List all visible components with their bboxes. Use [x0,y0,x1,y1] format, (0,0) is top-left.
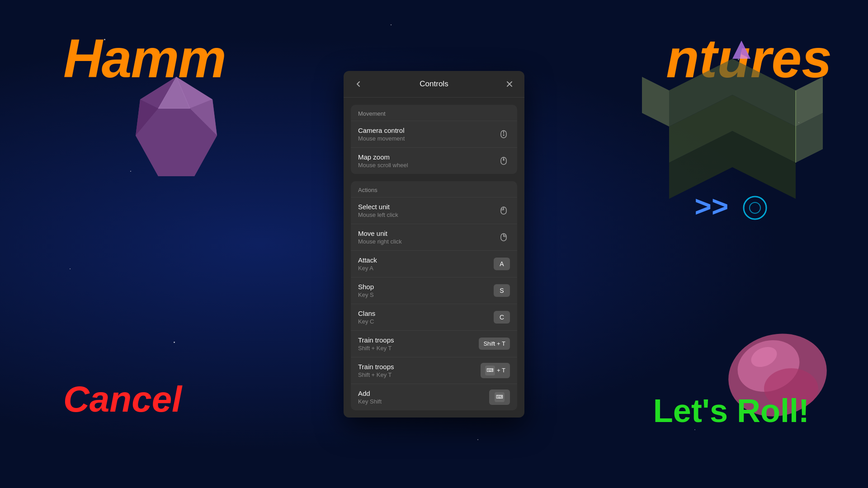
back-button[interactable] [353,78,364,90]
shop-desc: Key S [358,291,374,298]
controls-dialog: Controls Movement Camera control Mouse m… [344,71,524,418]
add-row: Add Key Shift ⌨ [351,384,517,410]
actions-section-title: Actions [351,181,517,197]
svg-point-27 [503,134,505,136]
clans-row: Clans Key C C [351,304,517,330]
map-zoom-desc: Mouse scroll wheel [358,162,408,169]
add-keyboard-icon: ⌨ [495,392,505,402]
train-troops-key-badge-2: ⌨ + T [481,363,510,378]
plus-t-label: + T [497,367,505,374]
svg-rect-30 [503,159,505,161]
attack-name: Attack [358,256,377,264]
clans-name: Clans [358,310,375,317]
shop-key-badge: S [494,284,510,297]
dialog-header: Controls [344,71,524,98]
shop-row: Shop Key S S [351,277,517,304]
camera-control-row: Camera control Mouse movement [351,121,517,147]
actions-section: Actions Select unit Mouse left click [351,181,517,410]
attack-key-badge: A [494,258,510,270]
map-zoom-row: Map zoom Mouse scroll wheel [351,147,517,174]
attack-info: Attack Key A [358,256,377,272]
train-troops-desc-2: Shift + Key T [358,371,394,378]
train-troops-name-2: Train troops [358,363,394,371]
select-unit-mouse-icon [497,204,510,217]
attack-desc: Key A [358,265,377,272]
move-unit-row: Move unit Mouse right click [351,224,517,250]
train-troops-desc-1: Shift + Key T [358,345,394,352]
movement-section-title: Movement [351,105,517,121]
add-name: Add [358,389,382,397]
map-zoom-info: Map zoom Mouse scroll wheel [358,153,408,169]
move-unit-info: Move unit Mouse right click [358,230,402,245]
modal-overlay: Controls Movement Camera control Mouse m… [0,0,868,488]
train-troops-row-2: Train troops Shift + Key T ⌨ + T [351,357,517,384]
map-zoom-name: Map zoom [358,153,408,161]
train-troops-name-1: Train troops [358,336,394,344]
select-unit-name: Select unit [358,203,398,211]
move-unit-desc: Mouse right click [358,238,402,245]
train-troops-key-badge-1: Shift + T [479,338,510,350]
select-unit-row: Select unit Mouse left click [351,197,517,224]
train-troops-info-2: Train troops Shift + Key T [358,363,394,378]
svg-rect-33 [501,208,504,211]
dialog-body: Movement Camera control Mouse movement [344,98,524,418]
camera-mouse-icon [497,128,510,141]
keyboard-icon: ⌨ [485,366,495,375]
camera-control-desc: Mouse movement [358,135,405,142]
clans-key-badge: C [494,311,510,324]
clans-desc: Key C [358,318,375,325]
camera-control-name: Camera control [358,127,405,134]
train-troops-info-1: Train troops Shift + Key T [358,336,394,352]
attack-row: Attack Key A A [351,250,517,277]
move-unit-name: Move unit [358,230,402,237]
shop-name: Shop [358,283,374,291]
movement-section: Movement Camera control Mouse movement [351,105,517,174]
close-button[interactable] [504,78,515,90]
camera-control-info: Camera control Mouse movement [358,127,405,142]
add-desc: Key Shift [358,398,382,405]
svg-rect-36 [504,235,506,237]
move-unit-mouse-icon [497,231,510,244]
map-zoom-scroll-icon [497,155,510,167]
add-key-badge: ⌨ [489,389,510,405]
select-unit-info: Select unit Mouse left click [358,203,398,218]
add-info: Add Key Shift [358,389,382,405]
select-unit-desc: Mouse left click [358,211,398,218]
shop-info: Shop Key S [358,283,374,298]
clans-info: Clans Key C [358,310,375,325]
dialog-title: Controls [420,80,448,89]
train-troops-row-1: Train troops Shift + Key T Shift + T [351,330,517,357]
